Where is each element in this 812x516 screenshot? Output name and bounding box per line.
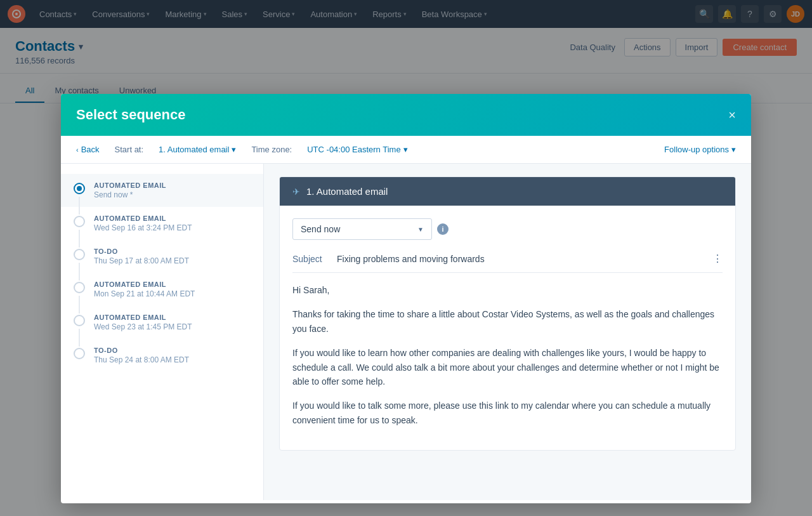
send-icon: ✈: [292, 187, 300, 197]
sequence-list: AUTOMATED EMAIL Send now * AUTOMATED EMA…: [61, 164, 264, 500]
email-body: Hi Sarah, Thanks for taking the time to …: [292, 283, 723, 427]
sequence-item-1[interactable]: AUTOMATED EMAIL Send now *: [61, 174, 263, 207]
email-card-title: 1. Automated email: [306, 186, 388, 197]
follow-up-options-button[interactable]: Follow-up options ▾: [664, 145, 736, 154]
sequence-step-indicator-2: [74, 216, 85, 227]
sequence-item-detail-2: Wed Sep 16 at 3:24 PM EDT: [94, 223, 251, 232]
email-content-panel: ✈ 1. Automated email Send now ▼ i: [264, 164, 751, 500]
sequence-item-content-2: AUTOMATED EMAIL Wed Sep 16 at 3:24 PM ED…: [94, 215, 251, 232]
sequence-item-content-5: AUTOMATED EMAIL Wed Sep 23 at 1:45 PM ED…: [94, 314, 251, 331]
timezone-label: Time zone:: [251, 145, 292, 154]
start-at-dropdown[interactable]: 1. Automated email ▾: [159, 145, 236, 154]
subject-label: Subject: [292, 254, 337, 264]
sequence-step-indicator-6: [74, 348, 85, 359]
email-card: ✈ 1. Automated email Send now ▼ i: [279, 176, 736, 451]
sequence-item-content-6: TO-DO Thu Sep 24 at 8:00 AM EDT: [94, 347, 251, 364]
email-paragraph-2: If you would like to learn how other com…: [292, 346, 723, 388]
send-timing-row: Send now ▼ i: [292, 218, 723, 240]
subject-edit-icon[interactable]: ⋮: [712, 253, 723, 265]
sequence-item-3[interactable]: TO-DO Thu Sep 17 at 8:00 AM EDT: [61, 240, 263, 273]
modal-body: AUTOMATED EMAIL Send now * AUTOMATED EMA…: [61, 164, 751, 500]
email-card-header: ✈ 1. Automated email: [280, 177, 735, 206]
sequence-item-detail-6: Thu Sep 24 at 8:00 AM EDT: [94, 355, 251, 364]
sequence-item-6[interactable]: TO-DO Thu Sep 24 at 8:00 AM EDT: [61, 339, 263, 372]
back-button[interactable]: ‹ Back: [76, 145, 100, 154]
modal-close-button[interactable]: ×: [728, 109, 736, 121]
follow-up-chevron-icon: ▾: [731, 145, 736, 154]
sequence-step-indicator-5: [74, 315, 85, 326]
sequence-item-content-4: AUTOMATED EMAIL Mon Sep 21 at 10:44 AM E…: [94, 281, 251, 298]
email-paragraph-3: If you would like to talk some more, ple…: [292, 399, 723, 427]
email-card-body: Send now ▼ i Subject ⋮ Hi Sarah,: [280, 206, 735, 450]
sequence-step-indicator-3: [74, 249, 85, 260]
timezone-dropdown[interactable]: UTC -04:00 Eastern Time ▾: [307, 145, 407, 154]
email-paragraph-1: Thanks for taking the time to share a li…: [292, 307, 723, 336]
back-chevron-icon: ‹: [76, 146, 79, 154]
sequence-item-detail-5: Wed Sep 23 at 1:45 PM EDT: [94, 322, 251, 331]
sequence-item-5[interactable]: AUTOMATED EMAIL Wed Sep 23 at 1:45 PM ED…: [61, 306, 263, 339]
modal-subheader: ‹ Back Start at: 1. Automated email ▾ Ti…: [61, 136, 751, 164]
sequence-item-2[interactable]: AUTOMATED EMAIL Wed Sep 16 at 3:24 PM ED…: [61, 207, 263, 240]
sequence-step-indicator-1: [74, 183, 85, 194]
subject-row: Subject ⋮: [292, 253, 723, 273]
select-sequence-modal: Select sequence × ‹ Back Start at: 1. Au…: [61, 94, 751, 503]
sequence-item-content-3: TO-DO Thu Sep 17 at 8:00 AM EDT: [94, 248, 251, 265]
subject-input[interactable]: [337, 254, 712, 264]
sequence-item-type-3: TO-DO: [94, 248, 251, 255]
sequence-item-content-1: AUTOMATED EMAIL Send now *: [94, 182, 251, 199]
info-icon-button[interactable]: i: [437, 223, 449, 235]
send-now-dropdown[interactable]: Send now ▼: [292, 218, 432, 240]
modal-title: Select sequence: [76, 107, 185, 123]
start-at-label: Start at:: [115, 145, 144, 154]
email-greeting: Hi Sarah,: [292, 283, 723, 297]
dropdown-chevron-icon: ▾: [232, 145, 236, 154]
sequence-item-type-6: TO-DO: [94, 347, 251, 354]
sequence-item-type-5: AUTOMATED EMAIL: [94, 314, 251, 321]
timezone-chevron-icon: ▾: [403, 145, 408, 154]
sequence-item-detail-1: Send now *: [94, 190, 251, 199]
sequence-item-detail-3: Thu Sep 17 at 8:00 AM EDT: [94, 256, 251, 265]
active-step-dot: [77, 186, 82, 191]
sequence-item-4[interactable]: AUTOMATED EMAIL Mon Sep 21 at 10:44 AM E…: [61, 273, 263, 306]
sequence-item-type-4: AUTOMATED EMAIL: [94, 281, 251, 288]
sequence-item-type-2: AUTOMATED EMAIL: [94, 215, 251, 222]
dropdown-arrow-icon: ▼: [417, 226, 424, 233]
sequence-item-detail-4: Mon Sep 21 at 10:44 AM EDT: [94, 289, 251, 298]
sequence-step-indicator-4: [74, 282, 85, 293]
sequence-item-type-1: AUTOMATED EMAIL: [94, 182, 251, 189]
modal-header: Select sequence ×: [61, 94, 751, 136]
